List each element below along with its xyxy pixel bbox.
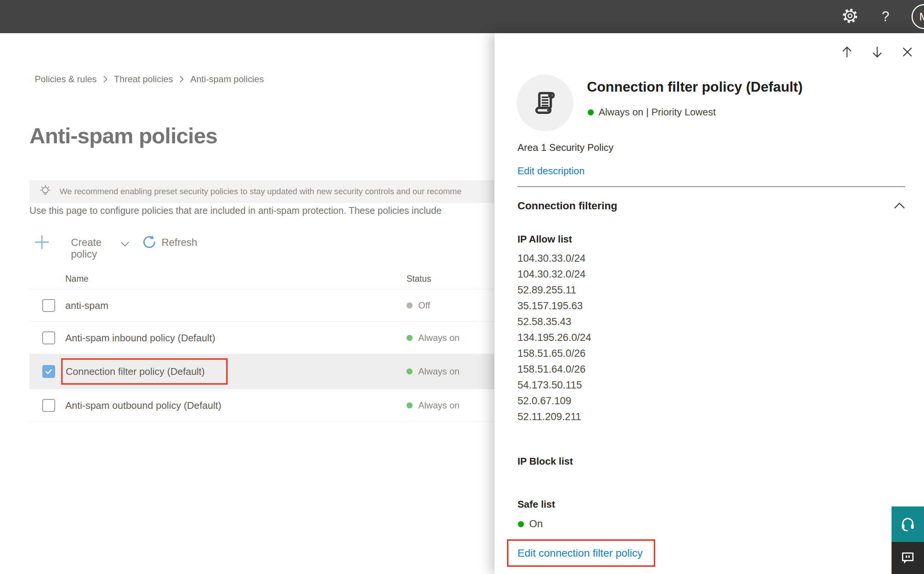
avatar-initial: M — [919, 10, 924, 23]
refresh-icon — [142, 235, 157, 251]
page-title: Anti-spam policies — [29, 123, 217, 148]
breadcrumb-threat-policies[interactable]: Threat policies — [114, 74, 173, 85]
status-cell: Always on — [407, 333, 459, 343]
chevron-right-icon — [179, 75, 184, 84]
close-icon[interactable] — [899, 44, 916, 60]
status-dot-green — [518, 521, 524, 527]
recommendation-banner: We recommend enabling preset security po… — [29, 180, 494, 203]
status-dot-green — [588, 109, 594, 115]
table-row[interactable]: anti-spam Off — [29, 289, 494, 322]
ip-entry: 104.30.32.0/24 — [517, 266, 591, 282]
status-label: Always on — [418, 400, 459, 411]
policies-table: Name Status anti-spam Off Anti-spam inbo… — [29, 268, 494, 422]
chevron-down-icon[interactable] — [120, 241, 130, 249]
support-button[interactable] — [892, 506, 924, 542]
edit-connection-filter-policy-link[interactable]: Edit connection filter policy — [517, 547, 643, 559]
ip-block-list-label: IP Block list — [517, 456, 573, 467]
status-dot-green — [407, 335, 413, 341]
safe-list-label: Safe list — [517, 498, 555, 510]
ip-entry: 134.195.26.0/24 — [517, 330, 591, 345]
ip-entry: 158.51.64.0/26 — [517, 361, 591, 377]
column-header-status[interactable]: Status — [407, 274, 431, 284]
status-label: Always on — [418, 366, 459, 377]
account-button[interactable]: M — [910, 0, 924, 33]
create-policy-button[interactable]: Create policy — [71, 237, 101, 260]
flyout-controls — [494, 33, 924, 67]
table-row-selected[interactable]: Connection filter policy (Default) Alway… — [29, 354, 494, 389]
red-highlight-outline: Connection filter policy (Default) — [61, 358, 228, 385]
row-checkbox[interactable] — [42, 399, 55, 412]
previous-item-button[interactable] — [839, 44, 855, 60]
column-header-name[interactable]: Name — [65, 274, 88, 284]
flyout-title: Connection filter policy (Default) — [587, 79, 802, 95]
status-label: Off — [418, 300, 430, 311]
status-cell: Always on — [407, 366, 459, 377]
ip-entry: 52.0.67.109 — [517, 393, 591, 409]
feedback-button[interactable] — [892, 542, 924, 574]
ip-entry: 35.157.195.63 — [517, 298, 591, 314]
ip-allow-list-label: IP Allow list — [517, 233, 572, 245]
status-label: Always on — [418, 333, 459, 343]
settings-button[interactable] — [839, 0, 861, 33]
breadcrumb-anti-spam-policies[interactable]: Anti-spam policies — [190, 74, 264, 85]
next-item-button[interactable] — [869, 44, 886, 60]
section-divider — [517, 186, 905, 187]
ip-entry: 52.89.255.11 — [517, 282, 591, 298]
breadcrumb-policies-rules[interactable]: Policies & rules — [35, 74, 97, 85]
row-checkbox[interactable] — [42, 331, 55, 344]
status-dot-gray — [407, 303, 413, 309]
banner-text: We recommend enabling preset security po… — [60, 187, 462, 197]
ip-entry: 54.173.50.115 — [517, 377, 591, 393]
feedback-chat-icon — [899, 549, 916, 568]
policy-name[interactable]: anti-spam — [65, 300, 108, 311]
chevron-up-icon[interactable] — [893, 201, 906, 211]
topbar: ? M — [0, 0, 924, 33]
intro-text: Use this page to configure policies that… — [29, 205, 494, 216]
row-checkbox-checked[interactable] — [42, 365, 55, 378]
status-cell: Off — [407, 300, 430, 311]
refresh-button[interactable]: Refresh — [161, 237, 198, 249]
status-dot-green — [407, 402, 413, 408]
flyout-status-line: Always on | Priority Lowest — [588, 106, 716, 118]
plus-icon — [33, 234, 50, 252]
table-header: Name Status — [29, 268, 494, 289]
ip-allow-list: 104.30.33.0/24 104.30.32.0/24 52.89.255.… — [517, 251, 591, 425]
policy-description: Area 1 Security Policy — [517, 142, 613, 153]
details-flyout: Connection filter policy (Default) Alway… — [494, 33, 924, 574]
section-title-connection-filtering: Connection filtering — [517, 200, 617, 212]
ip-entry: 52.58.35.43 — [517, 314, 591, 330]
red-highlight-outline: Edit connection filter policy — [507, 539, 655, 567]
policy-avatar — [517, 75, 573, 131]
row-checkbox[interactable] — [42, 299, 55, 312]
safe-list-value: On — [529, 518, 543, 530]
table-row[interactable]: Anti-spam inbound policy (Default) Alway… — [29, 322, 494, 354]
policy-name[interactable]: Connection filter policy (Default) — [66, 366, 205, 377]
ip-entry: 52.11.209.211 — [517, 409, 591, 425]
gear-icon — [841, 7, 859, 26]
avatar: M — [911, 4, 924, 29]
ip-entry: 158.51.65.0/26 — [517, 345, 591, 361]
table-row[interactable]: Anti-spam outbound policy (Default) Alwa… — [29, 389, 494, 422]
scroll-policy-icon — [531, 88, 559, 118]
policy-name[interactable]: Anti-spam inbound policy (Default) — [65, 332, 215, 344]
safe-list-status: On — [518, 518, 543, 530]
chevron-right-icon — [103, 75, 108, 84]
breadcrumb: Policies & rules Threat policies Anti-sp… — [35, 74, 264, 85]
status-cell: Always on — [407, 400, 459, 411]
lightbulb-icon — [38, 184, 52, 199]
headset-icon — [899, 514, 917, 534]
policy-name[interactable]: Anti-spam outbound policy (Default) — [65, 399, 221, 411]
help-button[interactable]: ? — [875, 0, 896, 33]
status-priority-text: Always on | Priority Lowest — [599, 106, 716, 118]
question-mark-icon: ? — [882, 9, 889, 25]
ip-entry: 104.30.33.0/24 — [517, 251, 591, 266]
edit-description-link[interactable]: Edit description — [517, 165, 585, 177]
status-dot-green — [407, 369, 413, 374]
app-root: ? M Policies & rules Threat policies Ant… — [0, 0, 924, 574]
